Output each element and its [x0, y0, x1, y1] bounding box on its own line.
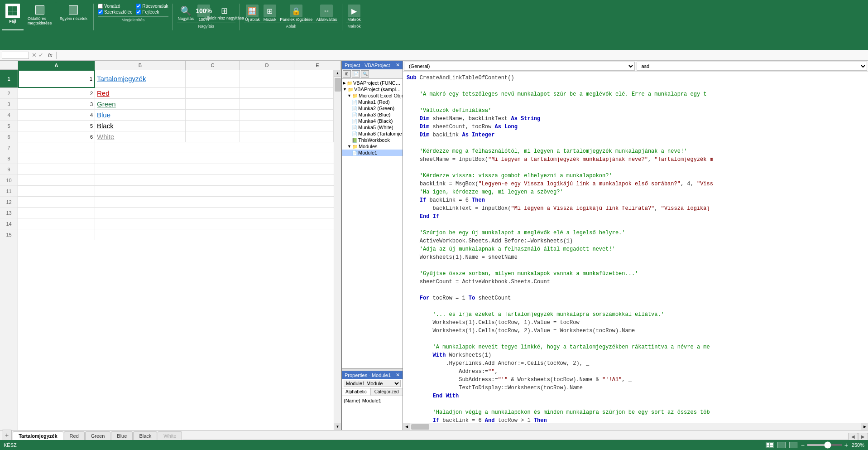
check-vonalzo[interactable]: Vonalzó — [98, 4, 132, 9]
cell-A3[interactable]: 3 — [18, 99, 95, 110]
vba-prop-tab-categorized[interactable]: Categorized — [371, 388, 403, 396]
cell-C5[interactable] — [186, 121, 240, 131]
scroll-up-btn[interactable]: ▲ — [334, 70, 341, 77]
btn-nagyitas[interactable]: 🔍 Nagyítás — [177, 5, 195, 22]
cell-C3[interactable] — [186, 99, 240, 110]
col-header-E[interactable]: E — [294, 61, 341, 70]
row-num-12: 12 — [0, 197, 18, 208]
tab-scroll-left[interactable]: ◀ — [848, 433, 858, 440]
col-header-A[interactable]: A — [18, 61, 95, 70]
cell-B6[interactable]: White — [95, 131, 186, 142]
vba-tree-item-munka2[interactable]: 📄 Munka2 (Green) — [342, 105, 403, 111]
cell-D5[interactable] — [240, 121, 294, 131]
vba-prop-dropdown[interactable]: Module1 Module — [342, 379, 403, 388]
col-header-B[interactable]: B — [95, 61, 186, 70]
cell-E5[interactable] — [294, 121, 334, 131]
code-hscrollbar[interactable]: ◀ ▶ — [403, 423, 868, 430]
hscroll-left-btn[interactable]: ◀ — [403, 423, 410, 431]
vba-toolbar-btn-2[interactable]: 📄 — [352, 70, 360, 77]
cell-B5[interactable]: Black — [95, 121, 186, 131]
btn-panelek-rogzit[interactable]: 🔒 Panelek rögzítése — [279, 4, 313, 23]
vba-tree-item-thisworkbook[interactable]: 📗 ThisWorkbook — [342, 137, 403, 143]
sheet-tab-black[interactable]: Black — [133, 431, 157, 440]
vba-tree-item-sampledat[interactable]: ▼ 📁 VBAProject (sampleDat — [342, 86, 403, 92]
vba-prop-close-icon[interactable]: ✕ — [396, 372, 400, 378]
cell-A2[interactable]: 2 — [18, 88, 95, 99]
sheet-tab-white[interactable]: White — [158, 431, 182, 440]
cell-C2[interactable] — [186, 88, 240, 99]
view-pagebreak-icon[interactable] — [777, 442, 786, 448]
code-combo-right[interactable]: asd — [637, 62, 868, 71]
btn-mozaik[interactable]: ⊞ Mozaik — [263, 4, 278, 23]
btn-makrok[interactable]: ▶ Makrók — [346, 4, 362, 23]
check-fejlecek[interactable]: Fejlécek — [136, 10, 168, 15]
cell-A4[interactable]: 4 — [18, 110, 95, 121]
cell-E3[interactable] — [294, 99, 334, 110]
cell-C4[interactable] — [186, 110, 240, 121]
cell-C6[interactable] — [186, 131, 240, 142]
check-racsvonalak[interactable]: Rácsvonalak — [136, 4, 168, 9]
cell-D4[interactable] — [240, 110, 294, 121]
vba-toolbar-btn-3[interactable]: 🔍 — [361, 70, 369, 77]
view-normal-icon[interactable] — [766, 442, 774, 448]
view-page-icon[interactable] — [789, 442, 797, 448]
code-line: 'Adja az új munkalapnak a felhasználó ál… — [407, 245, 864, 253]
btn-ablakvalt[interactable]: ↔ Ablakváltás — [315, 4, 338, 23]
cell-B3[interactable]: Green — [95, 99, 186, 110]
sheet-tab-green[interactable]: Green — [85, 431, 111, 440]
sheet-tab-tartalomjegyzek[interactable]: Tartalomjegyzék — [13, 431, 63, 440]
add-sheet-btn[interactable]: + — [2, 430, 12, 440]
hscroll-thumb[interactable] — [411, 424, 429, 430]
sheet-tab-blue[interactable]: Blue — [111, 431, 133, 440]
cell-D3[interactable] — [240, 99, 294, 110]
zoom-out-btn[interactable]: − — [801, 441, 805, 449]
btn-kijelt-nagyitas[interactable]: ⊞ Kijelölt rész nagyítása — [213, 5, 235, 21]
vertical-scrollbar[interactable]: ▲ ▼ — [334, 70, 341, 430]
cell-E4[interactable] — [294, 110, 334, 121]
cell-E6[interactable] — [294, 131, 334, 142]
cell-B1[interactable]: Tartalomjegyzék — [95, 70, 186, 88]
cell-B2[interactable]: Red — [95, 88, 186, 99]
vba-tree-item-munka3[interactable]: 📄 Munka3 (Blue) — [342, 111, 403, 118]
tab-scroll-right[interactable]: ▶ — [858, 433, 868, 440]
scroll-down-btn[interactable]: ▼ — [334, 423, 341, 430]
zoom-in-btn[interactable]: + — [844, 441, 848, 449]
vba-tree-item-excel-objects[interactable]: ▼ 📁 Microsoft Excel Objects — [342, 92, 403, 99]
vba-tree-item-munka6[interactable]: 📄 Munka6 (Tartalomje — [342, 131, 403, 137]
cell-A6[interactable]: 6 — [18, 131, 95, 142]
vba-tree-item-munka4[interactable]: 📄 Munka4 (Black) — [342, 118, 403, 124]
vba-tree-item-module1[interactable]: 📄 Module1 — [342, 150, 403, 156]
col-header-C[interactable]: C — [186, 61, 240, 70]
check-szerkesztoléc[interactable]: Szerkesztőléc — [98, 10, 132, 15]
hscroll-right-btn[interactable]: ▶ — [861, 423, 868, 431]
col-header-D[interactable]: D — [240, 61, 294, 70]
cell-D1[interactable] — [240, 70, 294, 88]
vba-toolbar-btn-1[interactable]: ⊞ — [343, 70, 351, 77]
vba-tree-item-modules[interactable]: ▼ 📁 Modules — [342, 143, 403, 150]
code-combo-left[interactable]: (General) — [404, 62, 635, 71]
formula-input[interactable]: 1 — [58, 53, 866, 58]
ribbon-tab-oldaltores[interactable]: Oldaltörésmegtekintése — [24, 2, 56, 30]
cell-E1[interactable] — [294, 70, 334, 88]
zoom-slider[interactable] — [806, 444, 843, 446]
cell-D6[interactable] — [240, 131, 294, 142]
vba-close-icon[interactable]: ✕ — [396, 62, 400, 68]
code-line: Worksheets(1).Name = sheetName — [407, 253, 864, 261]
code-editor-content[interactable]: Sub CreateAndLinkTableOfContent() 'A mak… — [403, 72, 868, 423]
cell-C1[interactable] — [186, 70, 240, 88]
sheet-tab-red[interactable]: Red — [64, 431, 85, 440]
cell-A5[interactable]: 5 — [18, 121, 95, 131]
scroll-thumb[interactable] — [335, 78, 341, 92]
vba-tree-item-munka1[interactable]: 📄 Munka1 (Red) — [342, 99, 403, 105]
name-box[interactable]: A1 — [2, 52, 29, 59]
cell-E2[interactable] — [294, 88, 334, 99]
cell-B4[interactable]: Blue — [95, 110, 186, 121]
vba-tree-item-funcres[interactable]: ▶ 📁 VBAProject (FUNCRES.XL — [342, 80, 403, 86]
ribbon-tab-egyeni[interactable]: Egyéni nézetek — [56, 2, 91, 30]
ribbon-tab-normal[interactable]: Fájl — [2, 2, 24, 30]
cell-D2[interactable] — [240, 88, 294, 99]
btn-uj-ablak[interactable]: 🪟 Új ablak — [244, 4, 261, 23]
cell-A1[interactable]: 1 — [18, 70, 95, 88]
vba-tree-item-munka5[interactable]: 📄 Munka5 (White) — [342, 124, 403, 131]
vba-prop-tab-alphabetic[interactable]: Alphabetic — [342, 388, 371, 396]
